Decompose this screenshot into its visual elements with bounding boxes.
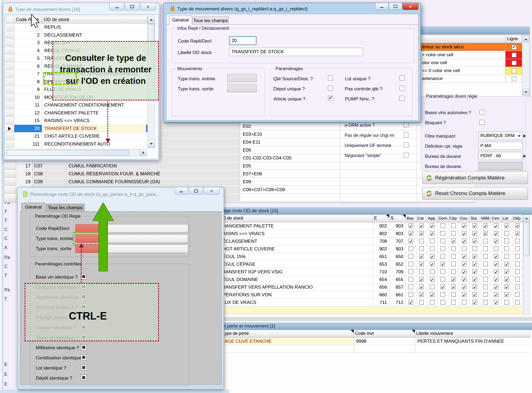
libelle-header[interactable]: Libelle mouvement [415, 330, 530, 338]
row-selector-cell[interactable] [6, 55, 14, 63]
grid-checkbox[interactable] [502, 268, 512, 276]
table-row[interactable]: RAISINS ==> VRACS 802 803 [175, 230, 523, 238]
table-row[interactable]: TRANSFERT IGP VERS VSIG 710 709 [175, 268, 523, 276]
grid-checkbox[interactable] [480, 253, 491, 261]
type-trans-sortie-field[interactable] [227, 84, 257, 92]
row-selector-cell[interactable] [6, 125, 14, 133]
grid-checkbox[interactable] [502, 261, 512, 268]
grid-checkbox[interactable] [502, 291, 512, 299]
grid-checkbox[interactable] [459, 299, 470, 306]
e-column-header[interactable]: E [373, 215, 389, 222]
code-repli-input[interactable]: 20 [229, 36, 256, 45]
grid-checkbox[interactable] [416, 253, 427, 261]
row-selector-cell[interactable] [6, 140, 14, 148]
grid-checkbox[interactable] [491, 291, 502, 299]
field-control[interactable]: RUBRIQUE DRM [478, 132, 523, 140]
grid-checkbox[interactable] [416, 238, 427, 245]
grid-checkbox[interactable] [438, 299, 448, 306]
grid-checkbox[interactable] [438, 222, 448, 230]
grid-checkbox[interactable] [416, 268, 427, 276]
grid-checkbox[interactable] [502, 245, 512, 253]
field-control[interactable] [478, 162, 523, 170]
color-rule-row[interactable]: artenance [421, 75, 522, 83]
option-checkbox[interactable] [328, 96, 333, 101]
row-selector-cell[interactable] [4, 162, 16, 170]
grid-checkbox[interactable] [512, 261, 523, 268]
list-row[interactable]: 15 RAISINS ==> VRACS [6, 117, 147, 125]
grid-checkbox[interactable] [416, 291, 427, 299]
check-column-header[interactable]: Cép [448, 215, 459, 222]
grid-checkbox[interactable] [459, 261, 470, 268]
grid-checkbox[interactable] [448, 261, 459, 268]
grid-checkbox[interactable] [416, 276, 427, 283]
resize-grip[interactable]: .:.:: [151, 151, 156, 155]
maximize-button[interactable] [189, 187, 203, 194]
color-rule-row[interactable]: olor one cell [421, 59, 522, 67]
chevron-down-icon[interactable] [518, 135, 521, 137]
check-column-header[interactable]: Millé [480, 215, 491, 222]
list-hscrollbar[interactable] [6, 149, 139, 156]
grid-checkbox[interactable] [406, 283, 416, 291]
grid-checkbox[interactable] [512, 245, 523, 253]
row-selector-cell[interactable] [6, 47, 14, 55]
grid-checkbox[interactable] [427, 253, 438, 261]
grid-checkbox[interactable] [470, 245, 480, 253]
grid-checkbox[interactable] [502, 230, 512, 238]
grid-checkbox[interactable] [512, 276, 523, 283]
grid-checkbox[interactable] [448, 268, 459, 276]
perte-row[interactable]: AGE CUVE ETANCHE 9998 PERTES ET MANQUANT… [175, 338, 530, 345]
grid-checkbox[interactable] [470, 222, 480, 230]
grid-checkbox[interactable] [470, 291, 480, 299]
grid-checkbox[interactable] [512, 230, 523, 238]
grid-checkbox[interactable] [416, 245, 427, 253]
tab-general[interactable]: Général [169, 16, 192, 25]
check-column-header[interactable]: Cen [491, 215, 502, 222]
row-selector-cell[interactable] [6, 94, 14, 102]
description-field[interactable] [104, 244, 188, 253]
grid-checkbox[interactable] [416, 230, 427, 238]
grid-checkbox[interactable] [459, 283, 470, 291]
grid-checkbox[interactable] [470, 253, 480, 261]
grid-checkbox[interactable] [448, 283, 459, 291]
table-row[interactable]: TRANSFERT VERS APPELLATION RANCIO 656 65… [175, 283, 523, 291]
close-button[interactable]: × [204, 187, 220, 194]
option-checkbox[interactable] [400, 96, 404, 101]
list-row[interactable]: REPLIS [6, 23, 147, 31]
ligne-checkbox[interactable] [512, 61, 516, 65]
list-row[interactable]: 12 CHANGEMENT PALETTE [6, 109, 147, 117]
grid-checkbox[interactable] [502, 238, 512, 245]
row-selector-cell[interactable] [4, 178, 16, 186]
list-row[interactable]: 11 CHANGEMENT CONDITIONNEMENT [6, 101, 147, 109]
grid-checkbox[interactable] [406, 230, 416, 238]
table-row[interactable]: RÉGUL CÉPAGE 653 652 [175, 261, 523, 268]
grid-checkbox[interactable] [512, 299, 523, 306]
grid-checkbox[interactable] [448, 291, 459, 299]
check-column-header[interactable]: Bas [406, 215, 416, 222]
table-row[interactable]: CHANGEMENT PALETTE 902 903 [175, 222, 523, 230]
compta-matiere-button[interactable]: Régénération Compta Matière [422, 172, 528, 184]
grid-checkbox[interactable] [416, 261, 427, 268]
grid-checkbox[interactable] [427, 291, 438, 299]
grid-checkbox[interactable] [448, 238, 459, 245]
controle-checkbox[interactable] [81, 344, 87, 350]
grid-checkbox[interactable] [438, 261, 448, 268]
grid-checkbox[interactable] [502, 299, 512, 306]
field-control[interactable]: P-MA [478, 142, 523, 150]
list-row[interactable]: 111 RECONDITIONNEMENT AUTO [6, 140, 147, 148]
grid-checkbox[interactable] [406, 245, 416, 253]
grid-checkbox[interactable] [491, 245, 502, 253]
grid-checkbox[interactable] [480, 261, 491, 268]
grid-checkbox[interactable] [427, 230, 438, 238]
grid-checkbox[interactable] [512, 268, 523, 276]
field-control[interactable]: PERP - 66 [478, 152, 523, 160]
grid-checkbox[interactable] [459, 222, 470, 230]
grid-checkbox[interactable] [459, 268, 470, 276]
libelle-od-input[interactable]: TRANSFERT DE STOCK [229, 48, 363, 56]
grid-checkbox[interactable] [406, 238, 416, 245]
grid-checkbox[interactable] [502, 222, 512, 230]
scroll-right-icon[interactable] [140, 149, 147, 156]
row-selector-cell[interactable] [6, 78, 14, 86]
od-column-header[interactable]: OD de stock [42, 16, 147, 23]
tab-tous-les-champs[interactable]: Tous les champs [193, 17, 229, 25]
grid-checkbox[interactable] [480, 245, 491, 253]
